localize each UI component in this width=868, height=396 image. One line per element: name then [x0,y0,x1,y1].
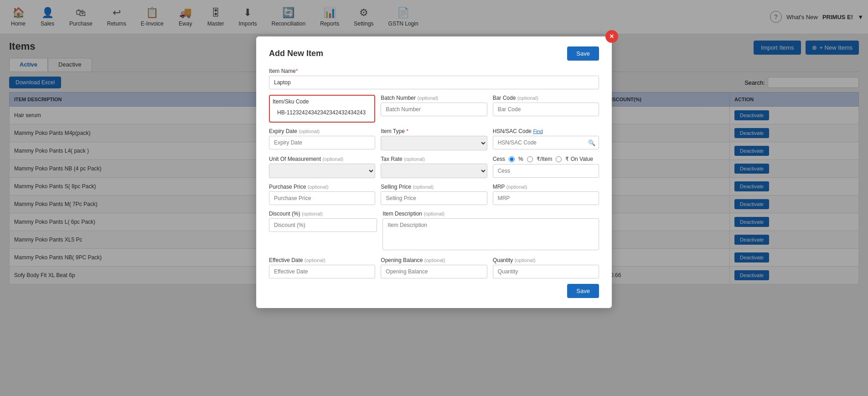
cess-per-item-label: ₹/Item [537,156,553,162]
modal-close-button[interactable]: × [605,30,618,43]
modal-header: Add New Item Save [269,46,599,61]
add-item-modal: × Add New Item Save Item Name* Item/Sku … [256,36,612,308]
modal-overlay: × Add New Item Save Item Name* Item/Sku … [0,0,868,396]
selling-price-field: Selling Price (optional) [381,184,487,205]
effective-date-input[interactable] [269,265,375,278]
cess-input[interactable] [493,164,599,178]
cess-percent-label: % [518,156,523,162]
batch-field: Batch Number (optional) [381,95,487,123]
hsn-search-icon[interactable]: 🔍 [588,139,595,146]
effective-opening-qty-row: Effective Date (optional) Opening Balanc… [269,257,599,278]
sku-input[interactable] [273,106,372,119]
selling-price-label: Selling Price (optional) [381,184,487,190]
expiry-type-hsn-row: Expiry Date (optional) Item Type * Goods… [269,128,599,150]
opening-balance-field: Opening Balance (optional) [381,257,487,278]
item-desc-textarea[interactable] [382,218,599,250]
hsn-field: HSN/SAC Code Find 🔍 [493,128,599,150]
uom-field: Unit Of Measurement (optional) [269,156,375,178]
tax-rate-label: Tax Rate (optional) [381,156,487,162]
hsn-find-link[interactable]: Find [533,129,542,134]
cess-percent-radio[interactable] [509,156,515,162]
cess-on-value-radio[interactable] [556,156,562,162]
modal-title: Add New Item [269,49,323,58]
batch-input[interactable] [381,103,487,116]
expiry-input[interactable] [269,136,375,149]
cess-on-value-label: ₹ On Value [565,156,593,162]
effective-date-label: Effective Date (optional) [269,257,375,263]
modal-save-button-bottom[interactable]: Save [567,284,599,298]
mrp-label: MRP (optional) [493,184,599,190]
quantity-field: Quantity (optional) [493,257,599,278]
barcode-label: Bar Code (optional) [493,95,599,101]
purchase-price-field: Purchase Price (optional) [269,184,375,205]
opening-balance-input[interactable] [381,265,487,278]
barcode-input[interactable] [493,103,599,116]
purchase-price-input[interactable] [269,191,375,205]
item-name-row: Item Name* [269,68,599,89]
item-name-field: Item Name* [269,68,599,89]
item-desc-label: Item Description (optional) [382,211,599,217]
expiry-label: Expiry Date (optional) [269,128,375,134]
purchase-price-label: Purchase Price (optional) [269,184,375,190]
item-desc-field: Item Description (optional) [382,211,599,252]
sku-label: Item/Sku Code [273,98,372,105]
opening-balance-label: Opening Balance (optional) [381,257,487,263]
batch-label: Batch Number (optional) [381,95,487,101]
hsn-label: HSN/SAC Code Find [493,128,599,134]
cess-per-item-radio[interactable] [527,156,533,162]
discount-label: Discount (%) (optional) [269,211,377,217]
modal-save-button-top[interactable]: Save [567,46,599,61]
sku-field-wrapper: Item/Sku Code [269,95,375,123]
selling-price-input[interactable] [381,191,487,205]
item-type-label: Item Type * [381,128,487,134]
discount-field: Discount (%) (optional) [269,211,377,252]
sku-batch-barcode-row: Item/Sku Code Batch Number (optional) Ba… [269,95,599,123]
uom-label: Unit Of Measurement (optional) [269,156,375,162]
cess-field: Cess % ₹/Item ₹ On Value [493,156,599,178]
hsn-input-wrapper: 🔍 [493,136,599,149]
discount-desc-row: Discount (%) (optional) Item Description… [269,211,599,252]
mrp-field: MRP (optional) [493,184,599,205]
modal-footer: Save [269,284,599,298]
tax-rate-field: Tax Rate (optional) [381,156,487,178]
quantity-input[interactable] [493,265,599,278]
quantity-label: Quantity (optional) [493,257,599,263]
mrp-input[interactable] [493,191,599,205]
effective-date-field: Effective Date (optional) [269,257,375,278]
hsn-input[interactable] [493,136,599,149]
cess-radio-row: Cess % ₹/Item ₹ On Value [493,156,599,162]
barcode-field: Bar Code (optional) [493,95,599,123]
price-row: Purchase Price (optional) Selling Price … [269,184,599,205]
item-type-select[interactable]: Goods Services [381,136,487,150]
uom-select[interactable] [269,164,375,178]
tax-rate-select[interactable] [381,164,487,178]
item-type-field: Item Type * Goods Services [381,128,487,150]
uom-tax-cess-row: Unit Of Measurement (optional) Tax Rate … [269,156,599,178]
expiry-field: Expiry Date (optional) [269,128,375,150]
discount-input[interactable] [269,218,377,232]
item-name-label: Item Name* [269,68,599,74]
item-name-input[interactable] [269,76,599,89]
